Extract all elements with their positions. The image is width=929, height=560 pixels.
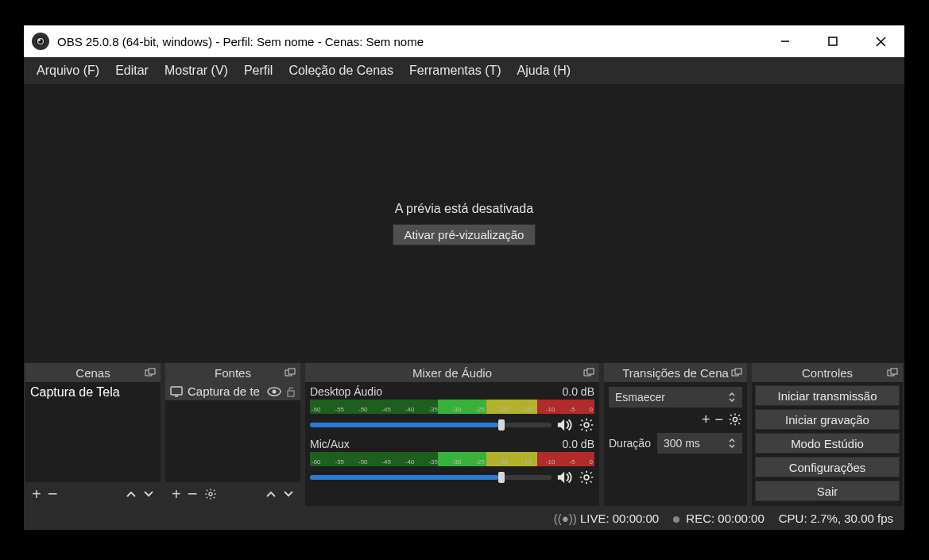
scene-up-button[interactable]	[126, 490, 137, 498]
menu-arquivo[interactable]: Arquivo (F)	[29, 60, 107, 81]
gear-icon[interactable]	[579, 417, 594, 433]
controls-title: Controles	[757, 366, 898, 380]
gear-icon[interactable]	[579, 469, 594, 485]
preview-disabled-text: A prévia está desativada	[395, 202, 533, 216]
sources-header: Fontes	[165, 363, 300, 382]
menu-mostrar[interactable]: Mostrar (V)	[157, 60, 236, 81]
scenes-toolbar: + −	[25, 482, 161, 506]
scenes-list[interactable]: Captura de Tela	[25, 382, 161, 482]
mixer-title: Mixer de Áudio	[310, 366, 594, 380]
add-transition-button[interactable]: +	[702, 412, 710, 427]
popout-icon[interactable]	[145, 368, 156, 377]
menu-colecao[interactable]: Coleção de Cenas	[281, 60, 401, 81]
volume-slider[interactable]	[310, 423, 552, 427]
transition-selected: Esmaecer	[615, 391, 665, 404]
transitions-header: Transições de Cena	[604, 363, 747, 382]
scenes-header: Cenas	[25, 363, 161, 382]
remove-transition-button[interactable]: −	[714, 412, 723, 427]
status-live: ((●)) LIVE: 00:00:00	[554, 512, 659, 525]
start-record-button[interactable]: Iniciar gravação	[755, 409, 900, 430]
studio-mode-button[interactable]: Modo Estúdio	[755, 433, 900, 454]
menubar: Arquivo (F) Editar Mostrar (V) Perfil Co…	[24, 57, 904, 84]
enable-preview-button[interactable]: Ativar pré-vizualização	[393, 224, 536, 245]
transition-select[interactable]: Esmaecer	[609, 387, 742, 407]
window-title: OBS 25.0.8 (64-bit, windows) - Perfil: S…	[57, 35, 761, 48]
sources-list[interactable]: Captura de te	[165, 382, 300, 482]
titlebar: OBS 25.0.8 (64-bit, windows) - Perfil: S…	[24, 25, 904, 57]
record-dot-icon	[673, 516, 679, 523]
add-source-button[interactable]: +	[172, 486, 181, 502]
updown-icon	[728, 392, 736, 403]
sources-dock: Fontes Captura de te + −	[165, 363, 300, 506]
popout-icon[interactable]	[731, 368, 742, 377]
statusbar: ((●)) LIVE: 00:00:00 REC: 00:00:00 CPU: …	[24, 506, 904, 530]
svg-point-16	[209, 492, 212, 496]
menu-ajuda[interactable]: Ajuda (H)	[509, 60, 579, 81]
close-button[interactable]	[857, 25, 904, 57]
start-stream-button[interactable]: Iniciar transmissão	[755, 385, 900, 406]
preview-area: A prévia está desativada Ativar pré-vizu…	[24, 84, 904, 363]
popout-icon[interactable]	[285, 368, 296, 377]
svg-point-23	[733, 417, 737, 421]
controls-dock: Controles Iniciar transmissão Iniciar gr…	[752, 363, 903, 506]
source-item[interactable]: Captura de te	[165, 382, 300, 400]
controls-header: Controles	[752, 363, 903, 382]
docks-row: Cenas Captura de Tela + − Fontes	[24, 363, 904, 506]
source-down-button[interactable]	[283, 490, 294, 498]
svg-point-19	[584, 423, 589, 427]
maximize-button[interactable]	[809, 25, 857, 57]
svg-rect-25	[891, 369, 897, 374]
exit-button[interactable]: Sair	[755, 481, 900, 501]
popout-icon[interactable]	[887, 368, 898, 377]
updown-icon	[728, 438, 736, 449]
svg-point-20	[584, 475, 589, 480]
source-properties-button[interactable]	[204, 488, 217, 500]
channel-name: Mic/Aux	[310, 438, 350, 450]
transitions-title: Transições de Cena	[609, 366, 742, 380]
svg-rect-10	[288, 369, 295, 374]
controls-body: Iniciar transmissão Iniciar gravação Mod…	[752, 382, 903, 506]
scene-down-button[interactable]	[143, 490, 154, 498]
duration-label: Duração	[609, 437, 651, 450]
svg-point-14	[273, 389, 277, 393]
svg-rect-4	[829, 37, 837, 45]
speaker-icon[interactable]	[556, 470, 574, 485]
source-up-button[interactable]	[265, 490, 277, 498]
mixer-dock: Mixer de Áudio Desktop Áudio 0.0 dB -60-…	[305, 363, 599, 506]
settings-button[interactable]: Configurações	[755, 457, 900, 477]
transition-properties-button[interactable]	[728, 412, 742, 427]
mixer-body: Desktop Áudio 0.0 dB -60-55-50-45-40-35-…	[305, 382, 599, 506]
scenes-title: Cenas	[30, 366, 156, 380]
mixer-channel-mic: Mic/Aux 0.0 dB -60-55-50-45-40-35-30-25-…	[310, 438, 594, 485]
sources-toolbar: + −	[165, 482, 300, 506]
transitions-dock: Transições de Cena Esmaecer + − Duração	[604, 363, 747, 506]
menu-ferramentas[interactable]: Ferramentas (T)	[401, 60, 509, 81]
broadcast-icon: ((●))	[554, 512, 577, 525]
mixer-header: Mixer de Áudio	[305, 363, 599, 382]
mixer-channel-desktop: Desktop Áudio 0.0 dB -60-55-50-45-40-35-…	[310, 385, 594, 433]
duration-spinner[interactable]: 300 ms	[657, 433, 742, 454]
minimize-button[interactable]	[761, 25, 809, 57]
lock-icon[interactable]	[286, 386, 296, 397]
sources-title: Fontes	[170, 366, 296, 380]
popout-icon[interactable]	[583, 368, 594, 377]
window-controls	[761, 25, 904, 57]
obs-window: OBS 25.0.8 (64-bit, windows) - Perfil: S…	[24, 25, 904, 530]
scene-item[interactable]: Captura de Tela	[25, 382, 161, 403]
add-scene-button[interactable]: +	[32, 486, 41, 502]
svg-rect-8	[149, 369, 155, 374]
channel-level: 0.0 dB	[563, 438, 594, 450]
speaker-icon[interactable]	[556, 418, 574, 432]
svg-rect-22	[735, 369, 741, 374]
svg-rect-11	[171, 387, 182, 395]
svg-rect-15	[288, 391, 294, 396]
visibility-icon[interactable]	[267, 387, 281, 396]
obs-logo-icon	[32, 33, 49, 50]
remove-scene-button[interactable]: −	[48, 485, 58, 503]
volume-slider[interactable]	[310, 475, 552, 480]
svg-rect-18	[587, 369, 594, 374]
menu-editar[interactable]: Editar	[107, 60, 157, 81]
remove-source-button[interactable]: −	[188, 485, 198, 503]
audio-meter: -60-55-50-45-40-35-30-25-20-15-10-50	[310, 400, 594, 414]
menu-perfil[interactable]: Perfil	[236, 60, 281, 81]
